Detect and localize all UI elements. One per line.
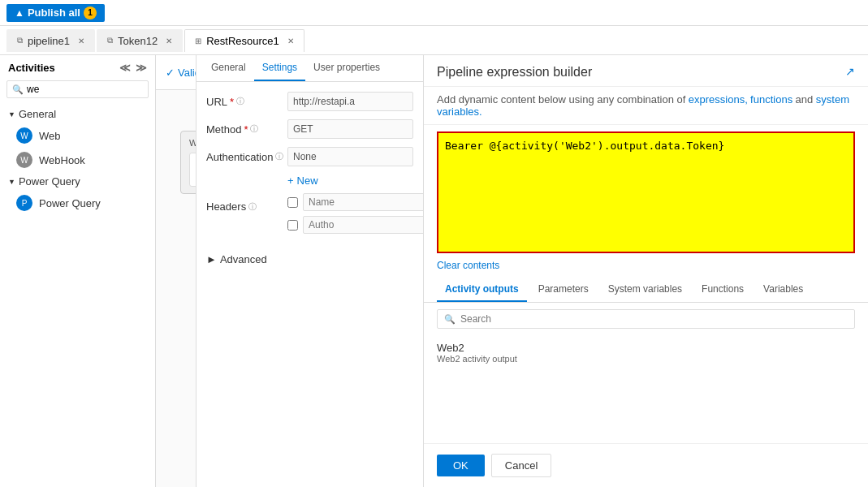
tab-token12-close[interactable]: ✕ <box>166 37 172 45</box>
autho-row <box>287 216 423 234</box>
ok-button[interactable]: OK <box>437 455 485 476</box>
chevron-down-icon: ▼ <box>8 110 15 119</box>
clear-contents-button[interactable]: Clear contents <box>437 260 855 271</box>
node-header: Web <box>189 138 196 148</box>
canvas-toolbar: ✓ Validate ▶ Debug ⚙ Add trigger <box>156 55 196 90</box>
name-input[interactable] <box>303 193 423 211</box>
expr-desc: Add dynamic content below using any comb… <box>424 87 868 125</box>
pq-icon: P <box>16 195 32 211</box>
category-general[interactable]: ▼ General <box>0 105 155 123</box>
sidebar-header-icons: ≪ ≫ <box>119 62 147 74</box>
publish-badge: 1 <box>84 6 97 19</box>
settings-panel: General Settings User properties URL * ⓘ… <box>196 55 423 487</box>
tab-activity-outputs[interactable]: Activity outputs <box>437 278 527 302</box>
url-value[interactable]: http://restapi.a <box>287 92 413 111</box>
cancel-button[interactable]: Cancel <box>491 454 551 477</box>
settings-tab-user-properties[interactable]: User properties <box>305 55 388 81</box>
functions-link[interactable]: functions <box>750 93 792 106</box>
tab-pipeline1[interactable]: ⧉ pipeline1 ✕ <box>6 29 95 52</box>
expr-desc-text: Add dynamic content below using any comb… <box>437 93 685 106</box>
autho-checkbox[interactable] <box>287 220 298 231</box>
settings-tab-settings[interactable]: Settings <box>254 55 305 81</box>
method-label: Method * ⓘ <box>206 123 287 136</box>
tab-restresource1-close[interactable]: ✕ <box>287 37 294 45</box>
pipeline-icon-2: ⧉ <box>107 36 113 45</box>
activity-powerquery-label: Power Query <box>39 197 101 209</box>
expr-search-box[interactable]: 🔍 <box>437 309 855 329</box>
tab-parameters[interactable]: Parameters <box>530 278 597 302</box>
publish-all-button[interactable]: ▲ Publish all 1 <box>6 4 105 22</box>
top-bar: ▲ Publish all 1 <box>0 0 868 26</box>
expand-icon[interactable]: ≫ <box>136 62 147 74</box>
expr-editor-wrapper <box>424 125 868 260</box>
tab-pipeline1-label: pipeline1 <box>28 35 70 47</box>
expr-header: Pipeline expression builder ↗ <box>424 55 868 87</box>
expr-editor[interactable] <box>437 131 855 253</box>
sidebar-header: Activities ≪ ≫ <box>0 55 155 80</box>
activity-item-web[interactable]: W Web <box>0 123 155 148</box>
settings-tab-general[interactable]: General <box>203 55 254 81</box>
auth-label: Authentication ⓘ <box>206 151 287 163</box>
tab-variables[interactable]: Variables <box>755 278 811 302</box>
pipeline-icon: ⧉ <box>17 36 23 45</box>
validate-icon: ✓ <box>166 67 175 79</box>
activity-search-box[interactable]: 🔍 <box>6 80 149 98</box>
autho-input[interactable] <box>303 216 423 234</box>
method-field-row: Method * ⓘ GET <box>206 119 413 139</box>
expressions-link[interactable]: expressions, <box>689 93 748 106</box>
name-row <box>287 193 423 211</box>
tab-restresource1[interactable]: ⊞ RestResource1 ✕ <box>184 29 304 52</box>
canvas-content[interactable]: Web 🌐 Web2 ✓ ✓ <box>156 90 196 487</box>
tab-functions[interactable]: Functions <box>693 278 752 302</box>
sidebar-title: Activities <box>8 62 55 74</box>
activity-tabs: Activity outputs Parameters System varia… <box>424 278 868 303</box>
expr-search-input[interactable] <box>460 313 848 325</box>
expression-builder-panel: Pipeline expression builder ↗ Add dynami… <box>423 55 868 487</box>
validate-button[interactable]: ✓ Validate <box>166 67 196 79</box>
settings-tabs: General Settings User properties <box>196 55 423 82</box>
activity-result[interactable]: Web2 Web2 activity output <box>424 335 868 370</box>
category-powerquery-label: Power Query <box>19 175 80 187</box>
result-desc: Web2 activity output <box>437 354 855 364</box>
auth-field-row: Authentication ⓘ None <box>206 147 413 166</box>
activity-search-input[interactable] <box>27 84 143 95</box>
publish-label: Publish all <box>28 6 80 19</box>
tabs-row: ⧉ pipeline1 ✕ ⧉ Token12 ✕ ⊞ RestResource… <box>0 26 868 55</box>
table-icon: ⊞ <box>195 37 201 45</box>
node-body: 🌐 Web2 ✓ <box>189 153 196 187</box>
advanced-section[interactable]: ► Advanced <box>206 247 413 272</box>
tab-system-variables[interactable]: System variables <box>600 278 690 302</box>
chevron-down-icon-2: ▼ <box>8 178 15 186</box>
tab-token12-label: Token12 <box>118 35 158 47</box>
headers-field-row: Headers ⓘ + New <box>206 175 413 239</box>
add-new-button[interactable]: + New <box>287 175 318 187</box>
expand-icon[interactable]: ↗ <box>845 65 855 78</box>
validate-label: Validate <box>178 67 196 79</box>
tab-pipeline1-close[interactable]: ✕ <box>78 37 84 45</box>
expr-title: Pipeline expression builder <box>437 65 592 80</box>
category-powerquery[interactable]: ▼ Power Query <box>0 172 155 191</box>
result-name: Web2 <box>437 342 855 354</box>
activity-item-webhook[interactable]: W WebHook <box>0 148 155 172</box>
category-general-label: General <box>19 108 56 120</box>
auth-value[interactable]: None <box>287 147 413 166</box>
plus-icon: + <box>287 175 294 187</box>
pipeline-node-web2[interactable]: Web 🌐 Web2 ✓ <box>180 131 196 194</box>
add-new-label: New <box>297 175 318 187</box>
tab-token12[interactable]: ⧉ Token12 ✕ <box>97 29 183 52</box>
activity-webhook-label: WebHook <box>39 154 85 166</box>
webhook-icon: W <box>16 152 32 168</box>
method-value[interactable]: GET <box>287 119 413 139</box>
search-icon-2: 🔍 <box>444 314 456 325</box>
activity-item-powerquery[interactable]: P Power Query <box>0 191 155 215</box>
url-field-row: URL * ⓘ http://restapi.a <box>206 92 413 111</box>
chevron-right-icon: ► <box>206 253 217 265</box>
web-icon: W <box>16 127 32 144</box>
settings-body: URL * ⓘ http://restapi.a Method * ⓘ GET … <box>196 82 423 487</box>
sidebar: Activities ≪ ≫ 🔍 ▼ General W Web W WebHo… <box>0 55 156 487</box>
name-checkbox[interactable] <box>287 197 298 208</box>
url-label: URL * ⓘ <box>206 96 287 108</box>
activity-web-label: Web <box>39 130 61 142</box>
collapse-icon[interactable]: ≪ <box>119 62 131 74</box>
canvas-area: ✓ Validate ▶ Debug ⚙ Add trigger Web 🌐 W… <box>156 55 196 487</box>
